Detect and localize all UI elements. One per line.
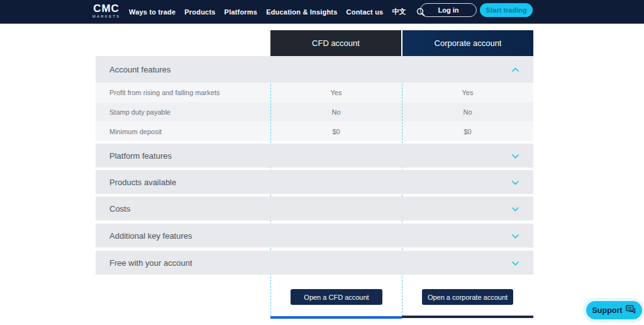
corporate-value: No bbox=[402, 102, 533, 122]
tab-corporate-account[interactable]: Corporate account bbox=[402, 30, 533, 56]
chat-icon bbox=[626, 305, 636, 316]
section-title: Costs bbox=[109, 204, 130, 214]
section-title: Platform features bbox=[109, 151, 172, 161]
chevron-down-icon bbox=[511, 230, 519, 241]
cfd-value: Yes bbox=[270, 83, 402, 102]
support-label: Support bbox=[592, 306, 623, 315]
feature-label: Profit from rising and falling markets bbox=[109, 83, 219, 102]
cfd-value: No bbox=[270, 102, 402, 122]
table-row: Stamp duty payable No No bbox=[96, 102, 533, 122]
chevron-down-icon bbox=[511, 257, 519, 268]
cfd-column-underline bbox=[270, 316, 402, 319]
accordion-section-costs[interactable]: Costs bbox=[96, 197, 533, 220]
open-corporate-account-button[interactable]: Open a corporate account bbox=[422, 289, 513, 305]
chevron-down-icon bbox=[511, 176, 519, 188]
section-title: Products available bbox=[109, 178, 176, 187]
accordion-section-free-with-your-account[interactable]: Free with your account bbox=[96, 251, 533, 275]
section-title: Additional key features bbox=[109, 231, 192, 241]
corporate-value: Yes bbox=[402, 83, 533, 102]
table-row: Minimum deposit $0 $0 bbox=[96, 122, 533, 141]
chevron-down-icon bbox=[511, 150, 519, 161]
support-button[interactable]: Support bbox=[586, 301, 642, 319]
corporate-column-underline bbox=[402, 316, 533, 318]
section-title: Free with your account bbox=[109, 258, 192, 268]
section-title: Account features bbox=[109, 65, 171, 74]
account-comparison-table: CFD account Corporate account Account fe… bbox=[96, 0, 533, 325]
cmc-markets-page: CMC MARKETS Ways to trade Products Platf… bbox=[0, 0, 644, 325]
accordion-section-account-features[interactable]: Account features bbox=[96, 56, 533, 83]
tab-cfd-account[interactable]: CFD account bbox=[270, 30, 401, 56]
table-row: Profit from rising and falling markets Y… bbox=[96, 83, 533, 102]
feature-label: Minimum deposit bbox=[109, 122, 162, 141]
chevron-down-icon bbox=[511, 203, 519, 214]
cfd-value: $0 bbox=[270, 122, 402, 141]
corporate-value: $0 bbox=[402, 122, 533, 141]
open-cfd-account-button[interactable]: Open a CFD account bbox=[291, 289, 382, 305]
accordion-section-products-available[interactable]: Products available bbox=[96, 170, 533, 194]
chevron-up-icon bbox=[511, 64, 519, 75]
feature-label: Stamp duty payable bbox=[109, 102, 170, 122]
accordion-section-platform-features[interactable]: Platform features bbox=[96, 144, 533, 168]
accordion-section-additional-key-features[interactable]: Additional key features bbox=[96, 224, 533, 248]
